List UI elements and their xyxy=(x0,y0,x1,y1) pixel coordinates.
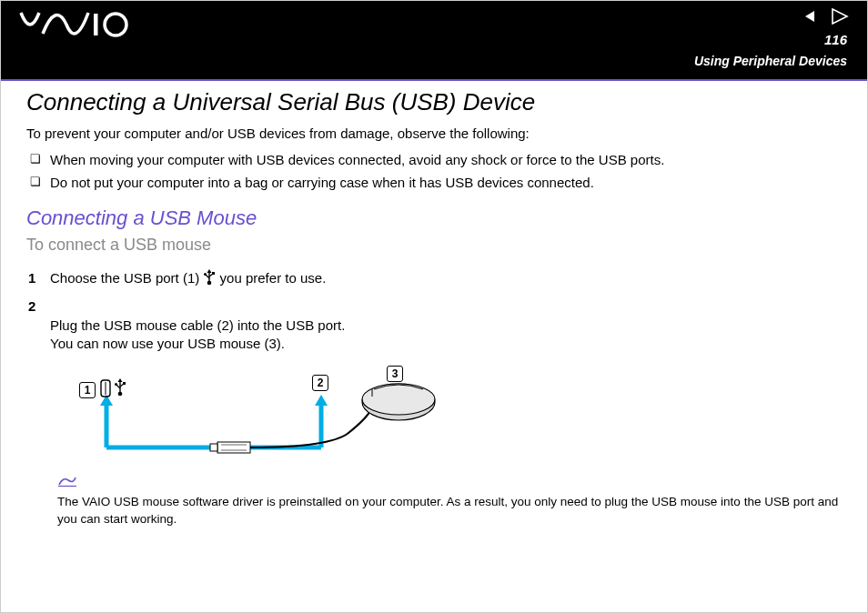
svg-rect-8 xyxy=(212,272,215,275)
note-text: The VAIO USB mouse software driver is pr… xyxy=(57,495,838,526)
connection-diagram: 1 2 3 xyxy=(57,369,458,469)
callout-label: 1 xyxy=(79,382,96,398)
list-item: Do not put your computer into a bag or c… xyxy=(26,171,842,194)
svg-point-26 xyxy=(115,383,117,386)
svg-marker-13 xyxy=(315,395,328,406)
callout-label: 2 xyxy=(312,375,328,391)
page-heading: Connecting a Universal Serial Bus (USB) … xyxy=(26,88,842,116)
header: 116 Using Peripheral Devices xyxy=(1,1,867,79)
svg-point-19 xyxy=(362,384,435,415)
step-item: Plug the USB mouse cable (2) into the US… xyxy=(26,294,842,357)
nav-arrows xyxy=(803,8,849,25)
content: Connecting a Universal Serial Bus (USB) … xyxy=(1,81,867,528)
svg-rect-27 xyxy=(123,382,126,385)
svg-rect-0 xyxy=(94,14,98,35)
steps-list: Choose the USB port (1) you prefer to us… xyxy=(26,266,842,357)
subsection-heading: Connecting a USB Mouse xyxy=(26,206,842,230)
svg-point-7 xyxy=(204,273,207,276)
procedure-title: To connect a USB mouse xyxy=(26,236,842,255)
page-number: 116 xyxy=(824,32,847,47)
step-item: Choose the USB port (1) you prefer to us… xyxy=(26,266,842,294)
vaio-logo xyxy=(19,10,128,45)
svg-marker-3 xyxy=(833,9,847,24)
note-icon xyxy=(57,475,77,491)
intro-text: To prevent your computer and/or USB devi… xyxy=(26,126,842,141)
svg-point-1 xyxy=(105,14,126,35)
step-text: Choose the USB port (1) xyxy=(50,270,203,286)
step-text: Plug the USB mouse cable (2) into the US… xyxy=(50,317,345,351)
prev-page-icon[interactable] xyxy=(803,9,818,24)
warning-list: When moving your computer with USB devic… xyxy=(26,148,842,194)
svg-marker-2 xyxy=(805,11,814,22)
list-item: When moving your computer with USB devic… xyxy=(26,148,842,171)
svg-marker-25 xyxy=(118,378,123,382)
next-page-icon[interactable] xyxy=(831,8,849,25)
usb-icon xyxy=(203,269,216,290)
svg-rect-14 xyxy=(217,442,250,453)
section-title: Using Peripheral Devices xyxy=(694,54,847,68)
svg-marker-6 xyxy=(207,269,212,273)
note: The VAIO USB mouse software driver is pr… xyxy=(57,475,842,528)
svg-rect-15 xyxy=(210,444,217,451)
callout-label: 3 xyxy=(387,366,403,382)
step-text: you prefer to use. xyxy=(216,270,326,286)
